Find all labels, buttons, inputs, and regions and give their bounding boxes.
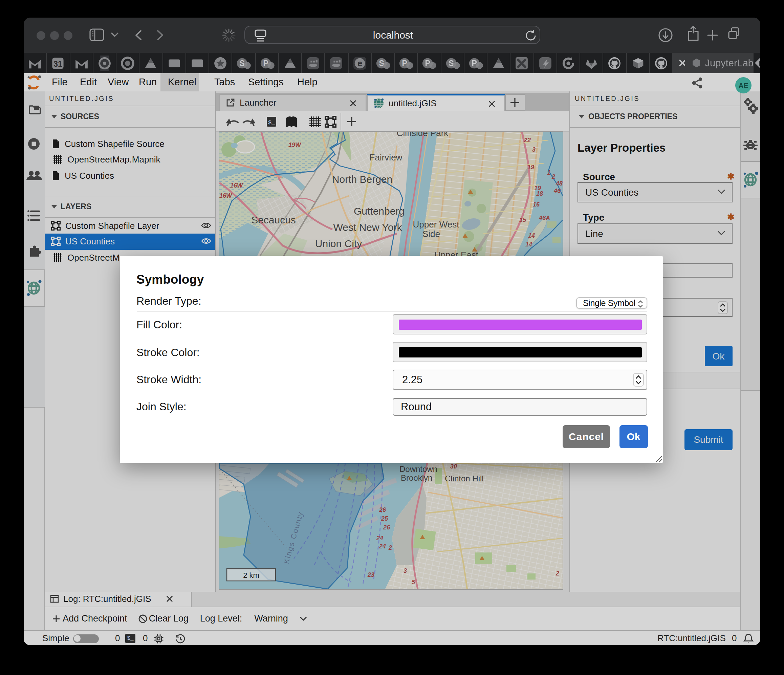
svg-text:S: S — [240, 59, 245, 67]
svg-text:S: S — [448, 59, 454, 67]
svg-text:P: P — [425, 59, 430, 67]
svg-text:S: S — [379, 59, 384, 67]
svg-text:P: P — [759, 59, 760, 67]
svg-text:P: P — [263, 59, 268, 67]
svg-text:P: P — [471, 59, 477, 67]
svg-text:P: P — [402, 59, 407, 67]
svg-text:e: e — [357, 58, 362, 68]
svg-text:31: 31 — [54, 59, 63, 68]
